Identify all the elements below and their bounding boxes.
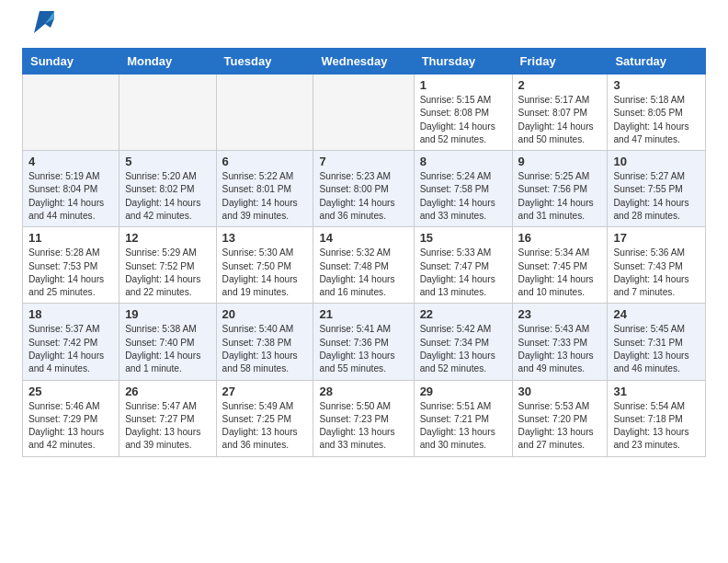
day-number: 30 <box>518 385 602 398</box>
calendar-cell <box>313 75 414 151</box>
calendar-cell: 19Sunrise: 5:38 AM Sunset: 7:40 PM Dayli… <box>119 304 216 380</box>
day-info: Sunrise: 5:42 AM Sunset: 7:34 PM Dayligh… <box>420 323 506 375</box>
day-number: 27 <box>222 385 308 398</box>
header <box>22 18 706 40</box>
day-number: 6 <box>222 155 308 168</box>
day-number: 29 <box>420 385 506 398</box>
header-row: Sunday Monday Tuesday Wednesday Thursday… <box>23 49 706 75</box>
calendar-cell: 12Sunrise: 5:29 AM Sunset: 7:52 PM Dayli… <box>119 227 216 304</box>
day-number: 24 <box>613 307 700 321</box>
day-info: Sunrise: 5:34 AM Sunset: 7:45 PM Dayligh… <box>518 247 602 299</box>
calendar-week-1: 1Sunrise: 5:15 AM Sunset: 8:08 PM Daylig… <box>23 75 706 151</box>
day-number: 18 <box>28 307 113 321</box>
col-wednesday: Wednesday <box>313 49 414 75</box>
day-number: 1 <box>420 78 506 92</box>
logo-icon <box>25 11 54 40</box>
day-number: 11 <box>28 231 113 245</box>
day-info: Sunrise: 5:49 AM Sunset: 7:25 PM Dayligh… <box>222 400 308 453</box>
day-info: Sunrise: 5:23 AM Sunset: 8:00 PM Dayligh… <box>319 170 407 223</box>
day-number: 8 <box>420 155 506 168</box>
calendar-cell: 6Sunrise: 5:22 AM Sunset: 8:01 PM Daylig… <box>216 151 313 227</box>
day-number: 28 <box>319 385 407 398</box>
day-info: Sunrise: 5:37 AM Sunset: 7:42 PM Dayligh… <box>28 323 113 375</box>
calendar-cell: 18Sunrise: 5:37 AM Sunset: 7:42 PM Dayli… <box>23 304 119 380</box>
calendar-cell: 13Sunrise: 5:30 AM Sunset: 7:50 PM Dayli… <box>216 227 313 304</box>
calendar-cell: 7Sunrise: 5:23 AM Sunset: 8:00 PM Daylig… <box>313 151 414 227</box>
col-friday: Friday <box>512 49 608 75</box>
day-number: 15 <box>420 231 506 245</box>
day-number: 13 <box>222 231 308 245</box>
day-info: Sunrise: 5:45 AM Sunset: 7:31 PM Dayligh… <box>613 323 700 375</box>
calendar-week-2: 4Sunrise: 5:19 AM Sunset: 8:04 PM Daylig… <box>23 151 706 227</box>
day-number: 17 <box>613 231 700 245</box>
day-number: 22 <box>420 307 506 321</box>
col-thursday: Thursday <box>414 49 512 75</box>
day-info: Sunrise: 5:29 AM Sunset: 7:52 PM Dayligh… <box>125 247 210 299</box>
day-number: 5 <box>125 155 210 168</box>
day-info: Sunrise: 5:40 AM Sunset: 7:38 PM Dayligh… <box>222 323 308 375</box>
day-info: Sunrise: 5:36 AM Sunset: 7:43 PM Dayligh… <box>613 247 700 299</box>
calendar-cell: 31Sunrise: 5:54 AM Sunset: 7:18 PM Dayli… <box>608 380 706 456</box>
day-info: Sunrise: 5:33 AM Sunset: 7:47 PM Dayligh… <box>420 247 506 299</box>
day-number: 10 <box>613 155 700 168</box>
calendar-cell: 23Sunrise: 5:43 AM Sunset: 7:33 PM Dayli… <box>512 304 608 380</box>
calendar-cell: 21Sunrise: 5:41 AM Sunset: 7:36 PM Dayli… <box>313 304 414 380</box>
day-info: Sunrise: 5:20 AM Sunset: 8:02 PM Dayligh… <box>125 170 210 223</box>
calendar-cell: 20Sunrise: 5:40 AM Sunset: 7:38 PM Dayli… <box>216 304 313 380</box>
day-info: Sunrise: 5:47 AM Sunset: 7:27 PM Dayligh… <box>125 400 210 453</box>
calendar-cell: 24Sunrise: 5:45 AM Sunset: 7:31 PM Dayli… <box>608 304 706 380</box>
day-number: 21 <box>319 307 407 321</box>
day-number: 12 <box>125 231 210 245</box>
calendar-cell: 2Sunrise: 5:17 AM Sunset: 8:07 PM Daylig… <box>512 75 608 151</box>
day-number: 3 <box>613 78 700 92</box>
calendar-cell: 27Sunrise: 5:49 AM Sunset: 7:25 PM Dayli… <box>216 380 313 456</box>
calendar-cell: 22Sunrise: 5:42 AM Sunset: 7:34 PM Dayli… <box>414 304 512 380</box>
day-number: 26 <box>125 385 210 398</box>
calendar-cell: 26Sunrise: 5:47 AM Sunset: 7:27 PM Dayli… <box>119 380 216 456</box>
day-info: Sunrise: 5:46 AM Sunset: 7:29 PM Dayligh… <box>28 400 113 453</box>
day-number: 31 <box>613 385 700 398</box>
day-info: Sunrise: 5:32 AM Sunset: 7:48 PM Dayligh… <box>319 247 407 299</box>
logo <box>22 18 54 40</box>
day-info: Sunrise: 5:38 AM Sunset: 7:40 PM Dayligh… <box>125 323 210 375</box>
svg-marker-0 <box>34 11 54 33</box>
day-number: 9 <box>518 155 602 168</box>
calendar-cell: 29Sunrise: 5:51 AM Sunset: 7:21 PM Dayli… <box>414 380 512 456</box>
day-number: 2 <box>518 78 602 92</box>
calendar-cell: 10Sunrise: 5:27 AM Sunset: 7:55 PM Dayli… <box>608 151 706 227</box>
calendar-cell <box>216 75 313 151</box>
day-info: Sunrise: 5:22 AM Sunset: 8:01 PM Dayligh… <box>222 170 308 223</box>
col-monday: Monday <box>119 49 216 75</box>
day-number: 25 <box>28 385 113 398</box>
calendar-cell <box>23 75 119 151</box>
calendar-cell: 17Sunrise: 5:36 AM Sunset: 7:43 PM Dayli… <box>608 227 706 304</box>
calendar-cell: 16Sunrise: 5:34 AM Sunset: 7:45 PM Dayli… <box>512 227 608 304</box>
day-info: Sunrise: 5:27 AM Sunset: 7:55 PM Dayligh… <box>613 170 700 223</box>
calendar-cell: 3Sunrise: 5:18 AM Sunset: 8:05 PM Daylig… <box>608 75 706 151</box>
calendar-body: 1Sunrise: 5:15 AM Sunset: 8:08 PM Daylig… <box>23 75 706 457</box>
calendar-cell: 11Sunrise: 5:28 AM Sunset: 7:53 PM Dayli… <box>23 227 119 304</box>
calendar-cell: 4Sunrise: 5:19 AM Sunset: 8:04 PM Daylig… <box>23 151 119 227</box>
day-info: Sunrise: 5:17 AM Sunset: 8:07 PM Dayligh… <box>518 94 602 146</box>
calendar: Sunday Monday Tuesday Wednesday Thursday… <box>22 48 706 457</box>
day-info: Sunrise: 5:18 AM Sunset: 8:05 PM Dayligh… <box>613 94 700 146</box>
day-number: 7 <box>319 155 407 168</box>
day-info: Sunrise: 5:19 AM Sunset: 8:04 PM Dayligh… <box>28 170 113 223</box>
day-info: Sunrise: 5:30 AM Sunset: 7:50 PM Dayligh… <box>222 247 308 299</box>
day-info: Sunrise: 5:50 AM Sunset: 7:23 PM Dayligh… <box>319 400 407 453</box>
day-number: 4 <box>28 155 113 168</box>
calendar-cell: 1Sunrise: 5:15 AM Sunset: 8:08 PM Daylig… <box>414 75 512 151</box>
day-info: Sunrise: 5:28 AM Sunset: 7:53 PM Dayligh… <box>28 247 113 299</box>
calendar-cell <box>119 75 216 151</box>
day-number: 14 <box>319 231 407 245</box>
day-info: Sunrise: 5:43 AM Sunset: 7:33 PM Dayligh… <box>518 323 602 375</box>
calendar-cell: 8Sunrise: 5:24 AM Sunset: 7:58 PM Daylig… <box>414 151 512 227</box>
day-info: Sunrise: 5:15 AM Sunset: 8:08 PM Dayligh… <box>420 94 506 146</box>
day-number: 19 <box>125 307 210 321</box>
day-number: 16 <box>518 231 602 245</box>
day-info: Sunrise: 5:41 AM Sunset: 7:36 PM Dayligh… <box>319 323 407 375</box>
col-saturday: Saturday <box>608 49 706 75</box>
calendar-cell: 15Sunrise: 5:33 AM Sunset: 7:47 PM Dayli… <box>414 227 512 304</box>
day-number: 23 <box>518 307 602 321</box>
day-info: Sunrise: 5:24 AM Sunset: 7:58 PM Dayligh… <box>420 170 506 223</box>
